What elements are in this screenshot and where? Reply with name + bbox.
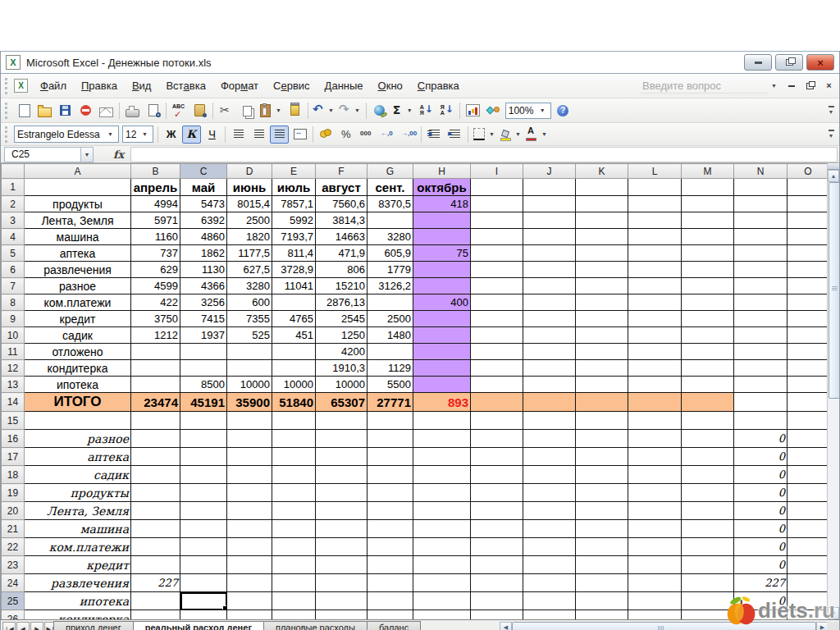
cell-H19[interactable]	[413, 484, 471, 502]
cell-A18[interactable]: садик	[25, 466, 131, 484]
cell-H13[interactable]	[413, 377, 471, 393]
cell-C13[interactable]: 8500	[180, 377, 227, 393]
cell-C26[interactable]	[180, 610, 227, 620]
cell-F4[interactable]: 14663	[316, 229, 368, 245]
cell-A6[interactable]: развлечения	[25, 262, 131, 278]
cell-K13[interactable]	[576, 377, 628, 393]
cell-F6[interactable]: 806	[316, 262, 368, 278]
cell-J22[interactable]	[523, 538, 576, 556]
cell-O17[interactable]	[788, 448, 829, 466]
cell-F1[interactable]: август	[316, 179, 368, 196]
cell-H5[interactable]: 75	[413, 245, 471, 262]
cell-F17[interactable]	[316, 448, 368, 466]
open-button[interactable]	[35, 102, 54, 120]
sheet-tab-плановые расходы[interactable]: плановые расходы	[264, 621, 368, 630]
cell-L9[interactable]	[628, 311, 682, 327]
cell-G10[interactable]: 1480	[368, 327, 413, 344]
cell-O11[interactable]	[788, 344, 829, 360]
cell-O8[interactable]	[788, 294, 829, 311]
italic-button[interactable]: К	[182, 126, 201, 144]
cell-A24[interactable]: развлечения	[25, 574, 131, 592]
cell-G14[interactable]: 27771	[368, 393, 413, 412]
autosum-button[interactable]: ▼	[390, 102, 415, 120]
cell-B18[interactable]	[131, 466, 180, 484]
cell-N22[interactable]: 0	[734, 538, 788, 556]
cell-G15[interactable]	[368, 412, 413, 430]
cell-G24[interactable]	[368, 574, 413, 592]
zoom-select[interactable]: 100%▼	[505, 103, 551, 119]
cell-A15[interactable]	[25, 412, 131, 430]
cell-L17[interactable]	[628, 448, 682, 466]
window-minimize-button[interactable]	[784, 80, 798, 92]
cell-C10[interactable]: 1937	[180, 327, 227, 344]
chart-wizard-button[interactable]	[463, 102, 482, 120]
cell-M17[interactable]	[682, 448, 734, 466]
cell-N5[interactable]	[734, 245, 788, 262]
cell-I1[interactable]	[471, 179, 523, 196]
cell-D11[interactable]	[227, 344, 272, 360]
menu-item-Вид[interactable]: Вид	[125, 77, 159, 95]
cell-O14[interactable]	[788, 393, 829, 412]
cell-G2[interactable]: 8370,5	[368, 196, 413, 212]
cell-M18[interactable]	[682, 466, 734, 484]
cell-L3[interactable]	[628, 212, 682, 229]
bold-button[interactable]: Ж	[162, 126, 180, 144]
cell-E22[interactable]	[272, 538, 316, 556]
cell-F9[interactable]: 2545	[316, 311, 368, 327]
cell-K10[interactable]	[576, 327, 628, 344]
align-right-button[interactable]	[270, 126, 289, 144]
cell-M21[interactable]	[682, 520, 734, 538]
cell-J11[interactable]	[523, 344, 576, 360]
cell-C2[interactable]: 5473	[180, 196, 227, 212]
cell-N20[interactable]: 0	[734, 502, 788, 520]
cell-L14[interactable]	[628, 393, 682, 412]
cell-E17[interactable]	[272, 448, 316, 466]
cell-L16[interactable]	[628, 430, 682, 448]
cell-A13[interactable]: ипотека	[25, 377, 131, 393]
cell-K19[interactable]	[576, 484, 628, 502]
name-box-dropdown-icon[interactable]: ▼	[81, 147, 94, 162]
cell-B3[interactable]: 5971	[131, 212, 180, 229]
cell-E7[interactable]: 11041	[272, 278, 316, 294]
cell-M22[interactable]	[682, 538, 734, 556]
cell-E13[interactable]: 10000	[272, 377, 316, 393]
cell-I7[interactable]	[471, 278, 523, 294]
cell-I5[interactable]	[471, 245, 523, 262]
cell-L18[interactable]	[628, 466, 682, 484]
cell-H3[interactable]	[413, 212, 471, 229]
cell-J26[interactable]	[523, 610, 576, 620]
cell-H10[interactable]	[413, 327, 471, 344]
cell-L15[interactable]	[628, 412, 682, 430]
cell-A3[interactable]: Лента, Земля	[25, 212, 131, 229]
row-header-26[interactable]: 26	[2, 610, 25, 620]
cell-E9[interactable]: 4765	[272, 311, 316, 327]
cell-N24[interactable]: 227	[734, 574, 788, 592]
row-header-20[interactable]: 20	[2, 502, 25, 520]
cell-C1[interactable]: май	[180, 179, 227, 196]
cell-J12[interactable]	[523, 360, 576, 377]
cell-E10[interactable]: 451	[272, 327, 316, 344]
cell-L22[interactable]	[628, 538, 682, 556]
cell-K26[interactable]	[576, 610, 628, 620]
cell-E4[interactable]: 7193,7	[272, 229, 316, 245]
cell-E26[interactable]	[272, 610, 316, 620]
cell-B7[interactable]: 4599	[131, 278, 180, 294]
redo-button[interactable]: ▼	[338, 102, 363, 120]
increase-indent-button[interactable]	[445, 126, 464, 144]
borders-button[interactable]: ▼	[472, 126, 497, 144]
cell-L19[interactable]	[628, 484, 682, 502]
cell-D17[interactable]	[227, 448, 272, 466]
cell-F10[interactable]: 1250	[316, 327, 368, 344]
cell-K17[interactable]	[576, 448, 628, 466]
cell-G20[interactable]	[368, 502, 413, 520]
cell-C4[interactable]: 4860	[180, 229, 227, 245]
cell-C15[interactable]	[180, 412, 227, 430]
vertical-scrollbar[interactable]: ▲ ▼	[827, 163, 839, 619]
cell-H6[interactable]	[413, 262, 471, 278]
cell-H17[interactable]	[413, 448, 471, 466]
column-header-I[interactable]: I	[471, 164, 523, 179]
cell-O3[interactable]	[788, 212, 829, 229]
cell-D21[interactable]	[227, 520, 272, 538]
row-header-1[interactable]: 1	[2, 179, 25, 196]
cell-I17[interactable]	[471, 448, 523, 466]
